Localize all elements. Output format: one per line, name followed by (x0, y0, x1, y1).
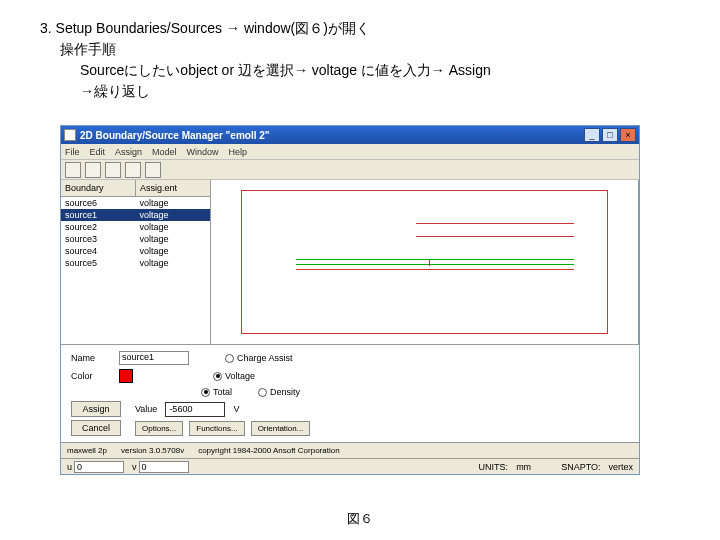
menu-help[interactable]: Help (229, 147, 248, 157)
list-item: source5voltage (61, 257, 210, 269)
radio-voltage[interactable]: Voltage (213, 371, 255, 381)
figure-caption: 図６ (0, 510, 720, 528)
maximize-button[interactable]: □ (602, 128, 618, 142)
canvas-line (296, 269, 574, 270)
canvas-line (296, 259, 574, 260)
properties-panel: Name source1 Charge Assist Color Voltage… (61, 344, 639, 442)
column-boundary: Boundary (61, 180, 136, 196)
menu-window[interactable]: Window (187, 147, 219, 157)
instruction-block: 3. Setup Boundaries/Sources → window(図６)… (0, 0, 720, 110)
options-button[interactable]: Options... (135, 421, 183, 436)
menubar: File Edit Assign Model Window Help (61, 144, 639, 160)
functions-button[interactable]: Functions... (189, 421, 244, 436)
value-input[interactable] (165, 402, 225, 417)
model-canvas[interactable] (211, 180, 639, 344)
menu-edit[interactable]: Edit (90, 147, 106, 157)
unit-label: V (233, 404, 239, 414)
list-item: source1voltage (61, 209, 210, 221)
cancel-button[interactable]: Cancel (71, 420, 121, 436)
menu-model[interactable]: Model (152, 147, 177, 157)
window-title: 2D Boundary/Source Manager "emoll 2" (80, 130, 584, 141)
coordinate-bar: u 0 v 0 UNITS: mm SNAPTO: vertex (61, 458, 639, 474)
list-item: source3voltage (61, 233, 210, 245)
instruction-line-4: →繰り返し (40, 81, 680, 102)
radio-total[interactable]: Total (201, 387, 232, 397)
snap-value: vertex (608, 462, 633, 472)
color-swatch[interactable] (119, 369, 133, 383)
minimize-button[interactable]: _ (584, 128, 600, 142)
close-button[interactable]: × (620, 128, 636, 142)
column-assignment: Assig.ent (136, 180, 210, 196)
status-copyright: copyright 1984-2000 Ansoft Corporation (198, 446, 339, 455)
u-label: u (67, 462, 72, 472)
color-label: Color (71, 371, 111, 381)
radio-density[interactable]: Density (258, 387, 300, 397)
value-label: Value (135, 404, 157, 414)
canvas-line (416, 223, 574, 224)
orientation-button[interactable]: Orientation... (251, 421, 311, 436)
name-label: Name (71, 353, 111, 363)
list-item: source6voltage (61, 197, 210, 209)
menu-file[interactable]: File (65, 147, 80, 157)
instruction-line-2: 操作手順 (40, 39, 680, 60)
toolbar-button[interactable] (125, 162, 141, 178)
canvas-bounds (241, 190, 608, 334)
status-bar: maxwell 2p version 3.0.5708v copyright 1… (61, 442, 639, 458)
instruction-line-3: Sourceにしたいobject or 辺を選択→ voltage に値を入力→… (40, 60, 680, 81)
app-icon (64, 129, 76, 141)
radio-charge[interactable]: Charge Assist (225, 353, 293, 363)
list-item: source2voltage (61, 221, 210, 233)
toolbar-button[interactable] (65, 162, 81, 178)
status-app: maxwell 2p (67, 446, 107, 455)
instruction-line-1: 3. Setup Boundaries/Sources → window(図６)… (40, 18, 680, 39)
toolbar-button[interactable] (85, 162, 101, 178)
toolbar-button[interactable] (145, 162, 161, 178)
source-list[interactable]: source6voltage source1voltage source2vol… (61, 197, 210, 344)
boundary-source-window: 2D Boundary/Source Manager "emoll 2" _ □… (60, 125, 640, 475)
toolbar-button[interactable] (105, 162, 121, 178)
canvas-marker (429, 260, 430, 266)
source-list-panel: Boundary Assig.ent source6voltage source… (61, 180, 211, 344)
titlebar: 2D Boundary/Source Manager "emoll 2" _ □… (61, 126, 639, 144)
v-input[interactable]: 0 (139, 461, 189, 473)
assign-button[interactable]: Assign (71, 401, 121, 417)
v-label: v (132, 462, 137, 472)
status-version: version 3.0.5708v (121, 446, 184, 455)
canvas-line (416, 236, 574, 237)
menu-assign[interactable]: Assign (115, 147, 142, 157)
toolbar (61, 160, 639, 180)
u-input[interactable]: 0 (74, 461, 124, 473)
units-value: mm (516, 462, 531, 472)
canvas-line (296, 264, 574, 265)
list-item: source4voltage (61, 245, 210, 257)
name-input[interactable]: source1 (119, 351, 189, 365)
snap-label: SNAPTO: (561, 462, 600, 472)
units-label: UNITS: (479, 462, 509, 472)
